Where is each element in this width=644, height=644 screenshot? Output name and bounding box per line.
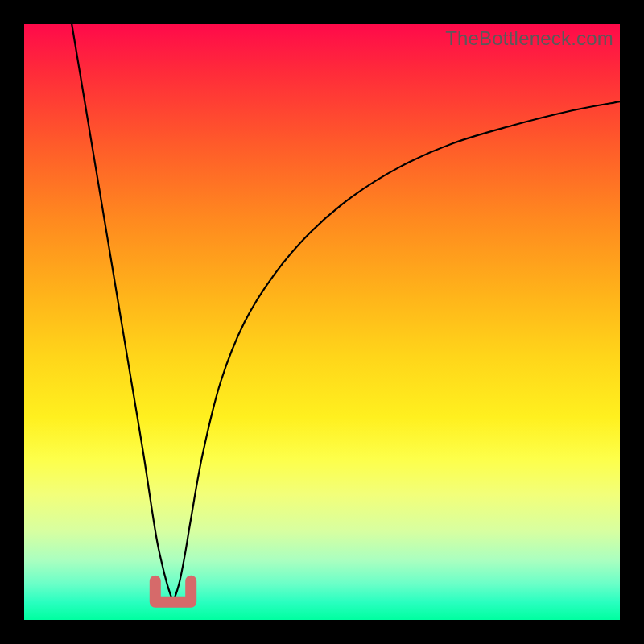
plot-area: TheBottleneck.com <box>24 24 620 620</box>
chart-frame: TheBottleneck.com <box>0 0 644 644</box>
min-bracket <box>155 581 191 602</box>
curve-left <box>72 24 173 602</box>
curve-right <box>173 101 620 602</box>
chart-svg <box>24 24 620 620</box>
